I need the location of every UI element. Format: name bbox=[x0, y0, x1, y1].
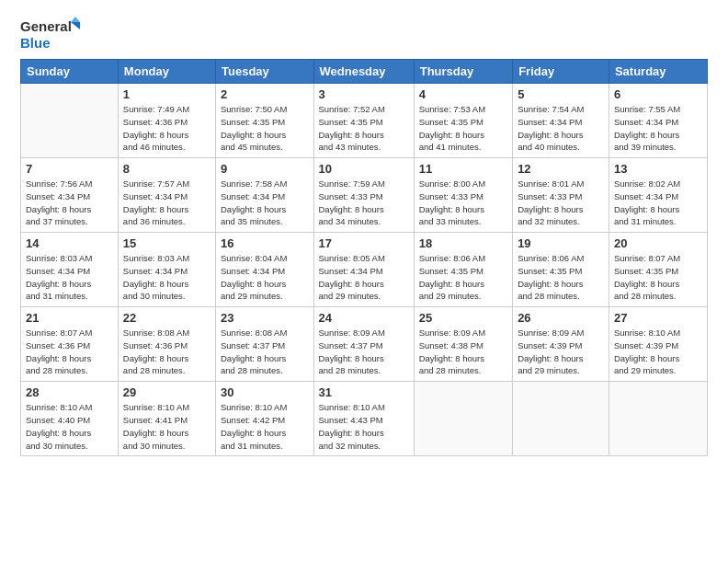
calendar-cell: 27Sunrise: 8:10 AMSunset: 4:39 PMDayligh… bbox=[609, 307, 707, 382]
calendar-cell: 7Sunrise: 7:56 AMSunset: 4:34 PMDaylight… bbox=[21, 158, 119, 233]
week-row-5: 28Sunrise: 8:10 AMSunset: 4:40 PMDayligh… bbox=[21, 382, 708, 456]
day-info: Sunrise: 8:08 AMSunset: 4:37 PMDaylight:… bbox=[221, 327, 309, 377]
day-number: 6 bbox=[614, 87, 702, 101]
calendar-cell: 6Sunrise: 7:55 AMSunset: 4:34 PMDaylight… bbox=[609, 84, 707, 158]
svg-marker-2 bbox=[71, 22, 80, 29]
calendar-cell: 5Sunrise: 7:54 AMSunset: 4:34 PMDaylight… bbox=[513, 84, 609, 158]
calendar-cell: 31Sunrise: 8:10 AMSunset: 4:43 PMDayligh… bbox=[313, 382, 414, 456]
calendar-cell: 21Sunrise: 8:07 AMSunset: 4:36 PMDayligh… bbox=[21, 307, 119, 382]
week-row-2: 7Sunrise: 7:56 AMSunset: 4:34 PMDaylight… bbox=[21, 158, 708, 233]
day-info: Sunrise: 8:09 AMSunset: 4:39 PMDaylight:… bbox=[518, 327, 604, 377]
day-info: Sunrise: 8:01 AMSunset: 4:33 PMDaylight:… bbox=[518, 178, 604, 228]
day-number: 31 bbox=[319, 385, 409, 399]
day-number: 4 bbox=[419, 87, 507, 101]
calendar-cell: 10Sunrise: 7:59 AMSunset: 4:33 PMDayligh… bbox=[313, 158, 414, 233]
calendar-cell bbox=[609, 382, 707, 456]
calendar-header-sunday: Sunday bbox=[21, 60, 119, 84]
calendar-cell: 20Sunrise: 8:07 AMSunset: 4:35 PMDayligh… bbox=[609, 233, 707, 307]
day-info: Sunrise: 8:00 AMSunset: 4:33 PMDaylight:… bbox=[419, 178, 507, 228]
day-number: 11 bbox=[419, 162, 507, 176]
day-info: Sunrise: 7:56 AMSunset: 4:34 PMDaylight:… bbox=[26, 178, 113, 228]
calendar-table: SundayMondayTuesdayWednesdayThursdayFrid… bbox=[20, 59, 708, 456]
day-info: Sunrise: 8:07 AMSunset: 4:36 PMDaylight:… bbox=[26, 327, 113, 377]
day-info: Sunrise: 8:06 AMSunset: 4:35 PMDaylight:… bbox=[419, 252, 507, 303]
day-info: Sunrise: 7:54 AMSunset: 4:34 PMDaylight:… bbox=[518, 103, 604, 154]
day-number: 23 bbox=[221, 311, 309, 325]
day-info: Sunrise: 8:09 AMSunset: 4:38 PMDaylight:… bbox=[419, 327, 507, 377]
calendar-cell bbox=[21, 84, 119, 158]
day-number: 2 bbox=[221, 87, 309, 101]
day-info: Sunrise: 8:05 AMSunset: 4:34 PMDaylight:… bbox=[319, 252, 409, 303]
day-info: Sunrise: 8:04 AMSunset: 4:34 PMDaylight:… bbox=[221, 252, 309, 303]
day-number: 16 bbox=[221, 236, 309, 250]
svg-text:Blue: Blue bbox=[20, 35, 51, 51]
calendar-cell: 12Sunrise: 8:01 AMSunset: 4:33 PMDayligh… bbox=[513, 158, 609, 233]
calendar-cell: 23Sunrise: 8:08 AMSunset: 4:37 PMDayligh… bbox=[216, 307, 314, 382]
calendar-cell: 11Sunrise: 8:00 AMSunset: 4:33 PMDayligh… bbox=[414, 158, 512, 233]
day-number: 5 bbox=[518, 87, 604, 101]
calendar-header-saturday: Saturday bbox=[609, 60, 707, 84]
page: GeneralBlue SundayMondayTuesdayWednesday… bbox=[0, 0, 728, 563]
day-info: Sunrise: 8:10 AMSunset: 4:39 PMDaylight:… bbox=[614, 327, 702, 377]
day-number: 17 bbox=[319, 236, 409, 250]
calendar-header-friday: Friday bbox=[513, 60, 609, 84]
day-number: 10 bbox=[319, 162, 409, 176]
calendar-cell: 3Sunrise: 7:52 AMSunset: 4:35 PMDaylight… bbox=[313, 84, 414, 158]
calendar-cell: 13Sunrise: 8:02 AMSunset: 4:34 PMDayligh… bbox=[609, 158, 707, 233]
calendar-cell: 17Sunrise: 8:05 AMSunset: 4:34 PMDayligh… bbox=[313, 233, 414, 307]
day-number: 3 bbox=[319, 87, 409, 101]
day-number: 25 bbox=[419, 311, 507, 325]
calendar-cell: 29Sunrise: 8:10 AMSunset: 4:41 PMDayligh… bbox=[118, 382, 215, 456]
day-number: 29 bbox=[123, 385, 210, 399]
calendar-cell bbox=[414, 382, 512, 456]
day-number: 1 bbox=[123, 87, 210, 101]
day-number: 15 bbox=[123, 236, 210, 250]
day-number: 13 bbox=[614, 162, 702, 176]
calendar-cell: 24Sunrise: 8:09 AMSunset: 4:37 PMDayligh… bbox=[313, 307, 414, 382]
calendar-cell: 25Sunrise: 8:09 AMSunset: 4:38 PMDayligh… bbox=[414, 307, 512, 382]
calendar-cell: 19Sunrise: 8:06 AMSunset: 4:35 PMDayligh… bbox=[513, 233, 609, 307]
calendar-cell: 26Sunrise: 8:09 AMSunset: 4:39 PMDayligh… bbox=[513, 307, 609, 382]
day-info: Sunrise: 8:10 AMSunset: 4:41 PMDaylight:… bbox=[123, 401, 210, 452]
calendar-cell: 1Sunrise: 7:49 AMSunset: 4:36 PMDaylight… bbox=[118, 84, 215, 158]
logo-svg: GeneralBlue bbox=[20, 17, 85, 52]
day-info: Sunrise: 7:59 AMSunset: 4:33 PMDaylight:… bbox=[319, 178, 409, 228]
day-info: Sunrise: 8:02 AMSunset: 4:34 PMDaylight:… bbox=[614, 178, 702, 228]
calendar-header-wednesday: Wednesday bbox=[313, 60, 414, 84]
day-number: 19 bbox=[518, 236, 604, 250]
calendar-cell: 18Sunrise: 8:06 AMSunset: 4:35 PMDayligh… bbox=[414, 233, 512, 307]
day-number: 14 bbox=[26, 236, 113, 250]
day-info: Sunrise: 8:10 AMSunset: 4:43 PMDaylight:… bbox=[319, 401, 409, 452]
day-info: Sunrise: 8:03 AMSunset: 4:34 PMDaylight:… bbox=[123, 252, 210, 303]
day-info: Sunrise: 8:10 AMSunset: 4:42 PMDaylight:… bbox=[221, 401, 309, 452]
calendar-cell: 30Sunrise: 8:10 AMSunset: 4:42 PMDayligh… bbox=[216, 382, 314, 456]
day-info: Sunrise: 7:58 AMSunset: 4:34 PMDaylight:… bbox=[221, 178, 309, 228]
calendar-cell bbox=[513, 382, 609, 456]
day-number: 27 bbox=[614, 311, 702, 325]
calendar-cell: 14Sunrise: 8:03 AMSunset: 4:34 PMDayligh… bbox=[21, 233, 119, 307]
day-number: 30 bbox=[221, 385, 309, 399]
week-row-3: 14Sunrise: 8:03 AMSunset: 4:34 PMDayligh… bbox=[21, 233, 708, 307]
calendar-cell: 2Sunrise: 7:50 AMSunset: 4:35 PMDaylight… bbox=[216, 84, 314, 158]
calendar-header-monday: Monday bbox=[118, 60, 215, 84]
calendar-header-tuesday: Tuesday bbox=[216, 60, 314, 84]
day-number: 26 bbox=[518, 311, 604, 325]
day-info: Sunrise: 7:53 AMSunset: 4:35 PMDaylight:… bbox=[419, 103, 507, 154]
day-info: Sunrise: 7:57 AMSunset: 4:34 PMDaylight:… bbox=[123, 178, 210, 228]
day-info: Sunrise: 7:50 AMSunset: 4:35 PMDaylight:… bbox=[221, 103, 309, 154]
week-row-1: 1Sunrise: 7:49 AMSunset: 4:36 PMDaylight… bbox=[21, 84, 708, 158]
day-info: Sunrise: 8:09 AMSunset: 4:37 PMDaylight:… bbox=[319, 327, 409, 377]
logo: GeneralBlue bbox=[20, 17, 85, 52]
calendar-cell: 4Sunrise: 7:53 AMSunset: 4:35 PMDaylight… bbox=[414, 84, 512, 158]
day-number: 21 bbox=[26, 311, 113, 325]
day-info: Sunrise: 7:55 AMSunset: 4:34 PMDaylight:… bbox=[614, 103, 702, 154]
svg-marker-3 bbox=[71, 17, 80, 22]
day-info: Sunrise: 8:07 AMSunset: 4:35 PMDaylight:… bbox=[614, 252, 702, 303]
day-number: 12 bbox=[518, 162, 604, 176]
day-number: 20 bbox=[614, 236, 702, 250]
svg-text:General: General bbox=[20, 18, 72, 34]
calendar-header-thursday: Thursday bbox=[414, 60, 512, 84]
day-number: 22 bbox=[123, 311, 210, 325]
day-info: Sunrise: 8:08 AMSunset: 4:36 PMDaylight:… bbox=[123, 327, 210, 377]
day-number: 7 bbox=[26, 162, 113, 176]
